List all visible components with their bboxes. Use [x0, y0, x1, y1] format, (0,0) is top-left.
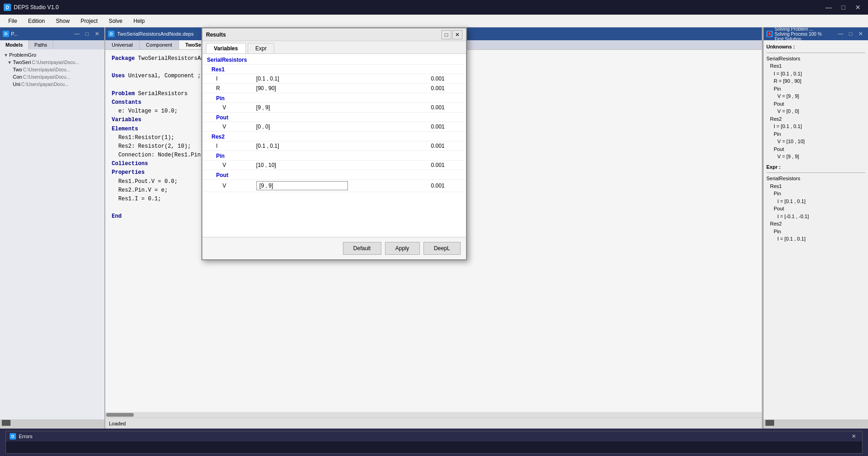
editor-title-left: D TwoSerialResistorsAndNode.deps — [108, 31, 194, 37]
tree-item-con[interactable]: Con C:\Users\payas\Docu... — [2, 73, 103, 80]
var-name-V: V — [202, 122, 252, 132]
editor-scrollbar[interactable] — [105, 412, 762, 418]
tab-paths[interactable]: Paths — [29, 40, 53, 49]
list-item: SerialResistors — [766, 55, 865, 63]
table-row: Pin — [202, 151, 466, 161]
list-item: Pin — [766, 85, 865, 93]
right-panel: D Solving Problem ... Solving Process 10… — [763, 27, 868, 429]
unknowns-content: SerialResistors Res1 I = [0.1 , 0.1] R =… — [766, 55, 865, 161]
value-editable-cell[interactable] — [252, 180, 427, 192]
arrow-icon: ▼ — [4, 53, 8, 58]
subsection-pin2: Pin — [202, 151, 466, 161]
value-cell: [0.1 , 0.1] — [252, 141, 427, 151]
left-panel-tabs: Models Paths — [0, 40, 104, 49]
list-item: Pout — [766, 145, 865, 153]
list-item: Res1 — [766, 62, 865, 70]
expr-content: SerialResistors Res1 Pin I = [0.1 , 0.1]… — [766, 175, 865, 243]
left-panel-status — [0, 419, 104, 429]
subsection-pin1: Pin — [202, 93, 466, 103]
table-row: I [0.1 , 0.1] 0.001 — [202, 74, 466, 84]
table-row: Res2 — [202, 132, 466, 141]
right-panel-status — [764, 419, 868, 429]
title-bar: D DEPS Studio V1.0 — □ ✕ — [0, 0, 868, 15]
tree-path: C:\Users\payas\Docu... — [23, 67, 70, 72]
left-panel-close[interactable]: ✕ — [92, 29, 102, 38]
menu-bar: File Edition Show Project Solve Help — [0, 15, 868, 27]
left-panel-maximize[interactable]: □ — [82, 29, 92, 38]
list-item: V = [9 , 9] — [766, 92, 865, 100]
tree-path: C:\Users\payas\Docu... — [22, 82, 69, 87]
dialog-tab-variables[interactable]: Variables — [206, 43, 246, 54]
dialog-size-icon[interactable]: □ — [441, 30, 451, 39]
list-item: Pin — [766, 228, 865, 236]
tol-cell: 0.001 — [426, 103, 466, 113]
tab-universal[interactable]: Universal — [105, 40, 140, 49]
deepl-button[interactable]: DeepL — [423, 242, 461, 255]
right-panel-maximize[interactable]: □ — [846, 29, 855, 38]
tab-models[interactable]: Models — [0, 40, 29, 49]
table-row: V [0 , 0] 0.001 — [202, 122, 466, 132]
dialog-tab-expr[interactable]: Expr — [248, 43, 275, 54]
var-name-V-editable: V — [202, 180, 252, 192]
title-bar-controls[interactable]: — □ ✕ — [822, 3, 864, 12]
var-name-I: I — [202, 141, 252, 151]
tree-item-problemgro[interactable]: ▼ ProblemGro — [2, 51, 103, 59]
menu-file[interactable]: File — [4, 16, 22, 26]
tree-path: C:\Users\payas\Docu... — [32, 60, 79, 65]
bottom-bar: D Errors ✕ — [0, 429, 868, 456]
right-panel-titlebar: D Solving Problem ... Solving Process 10… — [764, 27, 868, 40]
unknowns-label: Unknowns : — [766, 44, 795, 49]
menu-show[interactable]: Show — [51, 16, 74, 26]
errors-controls[interactable]: ✕ — [849, 432, 858, 441]
dialog-title: Results — [206, 32, 226, 38]
dialog-footer: Default Apply DeepL — [202, 237, 466, 259]
menu-edition[interactable]: Edition — [23, 16, 49, 26]
list-item: Pout — [766, 205, 865, 213]
value-input[interactable] — [256, 181, 348, 190]
right-panel-minimize[interactable]: — — [836, 29, 845, 38]
list-item: Pin — [766, 130, 865, 138]
errors-close[interactable]: ✕ — [849, 432, 858, 441]
list-item: I = [0.1 , 0.1] — [766, 123, 865, 130]
value-cell: [0.1 , 0.1] — [252, 74, 427, 84]
editor-status: Loaded — [105, 418, 762, 429]
table-row: I [0.1 , 0.1] 0.001 — [202, 141, 466, 151]
menu-solve[interactable]: Solve — [104, 16, 127, 26]
tree-item-twoseri[interactable]: ▼ TwoSeri C:\Users\payas\Docu... — [2, 59, 103, 66]
tree-item-two[interactable]: Two C:\Users\payas\Docu... — [2, 66, 103, 73]
tol-cell: 0.001 — [426, 161, 466, 170]
list-item: V = [10 , 10] — [766, 138, 865, 145]
table-row: SerialResistors — [202, 54, 466, 64]
dialog-titlebar-controls[interactable]: □ ✕ — [441, 30, 462, 39]
tree-path: C:\Users\payas\Docu... — [23, 75, 70, 80]
left-panel-status-bar — [2, 420, 11, 426]
left-panel-controls[interactable]: — □ ✕ — [72, 29, 102, 38]
maximize-button[interactable]: □ — [837, 3, 850, 12]
tab-component[interactable]: Component — [140, 40, 179, 49]
dialog-close-button[interactable]: ✕ — [452, 30, 462, 39]
table-row: Res1 — [202, 64, 466, 74]
table-row: Pout — [202, 170, 466, 180]
table-row: V [9 , 9] 0.001 — [202, 103, 466, 113]
menu-project[interactable]: Project — [76, 16, 102, 26]
apply-button[interactable]: Apply — [385, 242, 420, 255]
tree-label: Con — [13, 74, 22, 80]
list-item: Pin — [766, 190, 865, 198]
right-panel-close[interactable]: ✕ — [856, 29, 865, 38]
minimize-button[interactable]: — — [822, 3, 835, 12]
left-panel-minimize[interactable]: — — [72, 29, 81, 38]
tol-cell: 0.001 — [426, 122, 466, 132]
close-button[interactable]: ✕ — [852, 3, 864, 12]
list-item: Pout — [766, 100, 865, 108]
tree-item-uni[interactable]: Uni C:\Users\payas\Docu... — [2, 80, 103, 88]
default-button[interactable]: Default — [343, 242, 381, 255]
left-panel-title-left: D P... — [3, 31, 18, 37]
tree-label: TwoSeri — [13, 59, 31, 65]
errors-titlebar: D Errors ✕ — [6, 431, 862, 441]
menu-help[interactable]: Help — [129, 16, 149, 26]
section-serial-resistors: SerialResistors — [202, 54, 466, 64]
list-item: Res2 — [766, 115, 865, 123]
list-item: I = [0.1 , 0.1] — [766, 70, 865, 78]
right-panel-controls[interactable]: — □ ✕ — [836, 29, 865, 38]
list-item: Res1 — [766, 182, 865, 190]
